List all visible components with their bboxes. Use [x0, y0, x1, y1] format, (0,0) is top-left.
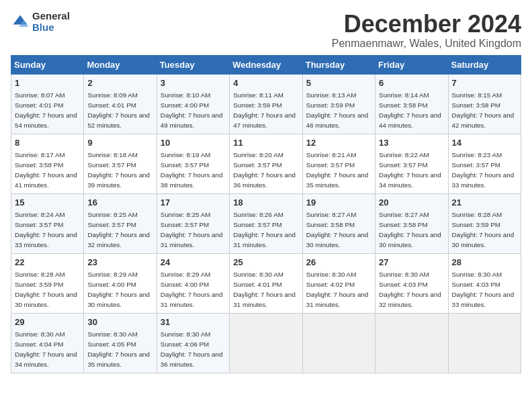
day-number: 27	[379, 257, 444, 269]
day-detail: Sunrise: 8:30 AMSunset: 4:01 PMDaylight:…	[233, 271, 296, 309]
calendar-table: SundayMondayTuesdayWednesdayThursdayFrid…	[11, 55, 521, 373]
day-number: 24	[161, 257, 226, 269]
day-number: 31	[161, 316, 226, 328]
day-number: 21	[452, 197, 517, 209]
weekday-header-monday: Monday	[84, 55, 157, 74]
weekday-header-wednesday: Wednesday	[230, 55, 302, 74]
calendar-cell: 18Sunrise: 8:26 AMSunset: 3:57 PMDayligh…	[230, 193, 302, 253]
day-number: 19	[306, 197, 371, 209]
day-number: 8	[15, 137, 80, 149]
day-number: 14	[452, 137, 517, 149]
day-number: 26	[306, 257, 371, 269]
calendar-cell: 7Sunrise: 8:15 AMSunset: 3:58 PMDaylight…	[448, 74, 521, 134]
calendar-cell	[302, 313, 375, 373]
day-detail: Sunrise: 8:30 AMSunset: 4:03 PMDaylight:…	[452, 271, 515, 309]
day-number: 30	[87, 316, 152, 328]
day-detail: Sunrise: 8:24 AMSunset: 3:57 PMDaylight:…	[15, 211, 77, 249]
calendar-week-4: 22Sunrise: 8:28 AMSunset: 3:59 PMDayligh…	[11, 253, 521, 313]
calendar-cell: 10Sunrise: 8:19 AMSunset: 3:57 PMDayligh…	[157, 134, 229, 193]
day-detail: Sunrise: 8:30 AMSunset: 4:05 PMDaylight:…	[87, 330, 150, 369]
day-detail: Sunrise: 8:07 AMSunset: 4:01 PMDaylight:…	[15, 91, 77, 130]
day-number: 1	[15, 77, 80, 89]
day-detail: Sunrise: 8:28 AMSunset: 3:59 PMDaylight:…	[15, 271, 77, 309]
day-number: 3	[161, 77, 226, 89]
day-detail: Sunrise: 8:29 AMSunset: 4:00 PMDaylight:…	[87, 271, 150, 309]
title-block: December 2024 Penmaenmawr, Wales, United…	[332, 11, 521, 50]
day-number: 13	[379, 137, 444, 149]
calendar-week-5: 29Sunrise: 8:30 AMSunset: 4:04 PMDayligh…	[11, 313, 521, 373]
calendar-cell: 27Sunrise: 8:30 AMSunset: 4:03 PMDayligh…	[375, 253, 448, 313]
calendar-cell: 8Sunrise: 8:17 AMSunset: 3:58 PMDaylight…	[11, 134, 84, 193]
weekday-header-tuesday: Tuesday	[157, 55, 229, 74]
calendar-cell: 17Sunrise: 8:25 AMSunset: 3:57 PMDayligh…	[157, 193, 229, 253]
calendar-cell: 23Sunrise: 8:29 AMSunset: 4:00 PMDayligh…	[84, 253, 157, 313]
day-number: 23	[87, 257, 152, 269]
day-detail: Sunrise: 8:10 AMSunset: 4:00 PMDaylight:…	[161, 91, 223, 130]
weekday-header-friday: Friday	[375, 55, 448, 74]
logo-text: General Blue	[32, 11, 70, 33]
day-detail: Sunrise: 8:13 AMSunset: 3:59 PMDaylight:…	[306, 91, 369, 130]
calendar-cell: 3Sunrise: 8:10 AMSunset: 4:00 PMDaylight…	[157, 74, 229, 134]
calendar-cell: 15Sunrise: 8:24 AMSunset: 3:57 PMDayligh…	[11, 193, 84, 253]
calendar-cell: 16Sunrise: 8:25 AMSunset: 3:57 PMDayligh…	[84, 193, 157, 253]
day-detail: Sunrise: 8:30 AMSunset: 4:03 PMDaylight:…	[379, 271, 441, 309]
day-number: 18	[233, 197, 298, 209]
day-number: 4	[233, 77, 298, 89]
day-number: 28	[452, 257, 517, 269]
day-detail: Sunrise: 8:09 AMSunset: 4:01 PMDaylight:…	[87, 91, 150, 130]
day-detail: Sunrise: 8:21 AMSunset: 3:57 PMDaylight:…	[306, 151, 369, 189]
calendar-cell: 14Sunrise: 8:23 AMSunset: 3:57 PMDayligh…	[448, 134, 521, 193]
day-detail: Sunrise: 8:25 AMSunset: 3:57 PMDaylight:…	[87, 211, 150, 249]
calendar-cell: 20Sunrise: 8:27 AMSunset: 3:58 PMDayligh…	[375, 193, 448, 253]
day-detail: Sunrise: 8:19 AMSunset: 3:57 PMDaylight:…	[161, 151, 223, 189]
day-number: 29	[15, 316, 80, 328]
day-number: 20	[379, 197, 444, 209]
day-detail: Sunrise: 8:30 AMSunset: 4:06 PMDaylight:…	[161, 330, 223, 369]
day-number: 15	[15, 197, 80, 209]
calendar-cell: 26Sunrise: 8:30 AMSunset: 4:02 PMDayligh…	[302, 253, 375, 313]
day-number: 6	[379, 77, 444, 89]
calendar-week-3: 15Sunrise: 8:24 AMSunset: 3:57 PMDayligh…	[11, 193, 521, 253]
day-number: 16	[87, 197, 152, 209]
weekday-header-saturday: Saturday	[448, 55, 521, 74]
calendar-cell: 30Sunrise: 8:30 AMSunset: 4:05 PMDayligh…	[84, 313, 157, 373]
calendar-cell: 24Sunrise: 8:29 AMSunset: 4:00 PMDayligh…	[157, 253, 229, 313]
day-number: 17	[161, 197, 226, 209]
calendar-body: 1Sunrise: 8:07 AMSunset: 4:01 PMDaylight…	[11, 74, 521, 373]
logo-blue: Blue	[32, 22, 70, 34]
calendar-cell: 19Sunrise: 8:27 AMSunset: 3:58 PMDayligh…	[302, 193, 375, 253]
weekday-row: SundayMondayTuesdayWednesdayThursdayFrid…	[11, 55, 521, 74]
calendar-cell: 28Sunrise: 8:30 AMSunset: 4:03 PMDayligh…	[448, 253, 521, 313]
calendar-cell: 9Sunrise: 8:18 AMSunset: 3:57 PMDaylight…	[84, 134, 157, 193]
calendar-cell: 13Sunrise: 8:22 AMSunset: 3:57 PMDayligh…	[375, 134, 448, 193]
page-header: General Blue December 2024 Penmaenmawr, …	[11, 11, 521, 50]
day-number: 10	[161, 137, 226, 149]
day-number: 11	[233, 137, 298, 149]
day-number: 5	[306, 77, 371, 89]
day-detail: Sunrise: 8:28 AMSunset: 3:59 PMDaylight:…	[452, 211, 515, 249]
day-detail: Sunrise: 8:30 AMSunset: 4:02 PMDaylight:…	[306, 271, 369, 309]
calendar-cell: 1Sunrise: 8:07 AMSunset: 4:01 PMDaylight…	[11, 74, 84, 134]
calendar-week-2: 8Sunrise: 8:17 AMSunset: 3:58 PMDaylight…	[11, 134, 521, 193]
calendar-cell: 12Sunrise: 8:21 AMSunset: 3:57 PMDayligh…	[302, 134, 375, 193]
day-number: 12	[306, 137, 371, 149]
day-detail: Sunrise: 8:20 AMSunset: 3:57 PMDaylight:…	[233, 151, 296, 189]
day-detail: Sunrise: 8:29 AMSunset: 4:00 PMDaylight:…	[161, 271, 223, 309]
day-detail: Sunrise: 8:18 AMSunset: 3:57 PMDaylight:…	[87, 151, 150, 189]
calendar-cell: 25Sunrise: 8:30 AMSunset: 4:01 PMDayligh…	[230, 253, 302, 313]
day-detail: Sunrise: 8:11 AMSunset: 3:59 PMDaylight:…	[233, 91, 296, 130]
weekday-header-thursday: Thursday	[302, 55, 375, 74]
calendar-cell: 11Sunrise: 8:20 AMSunset: 3:57 PMDayligh…	[230, 134, 302, 193]
day-number: 2	[87, 77, 152, 89]
day-detail: Sunrise: 8:30 AMSunset: 4:04 PMDaylight:…	[15, 330, 77, 369]
day-detail: Sunrise: 8:14 AMSunset: 3:58 PMDaylight:…	[379, 91, 441, 130]
calendar-cell: 22Sunrise: 8:28 AMSunset: 3:59 PMDayligh…	[11, 253, 84, 313]
calendar-cell	[448, 313, 521, 373]
calendar-cell: 31Sunrise: 8:30 AMSunset: 4:06 PMDayligh…	[157, 313, 229, 373]
logo: General Blue	[11, 11, 70, 33]
day-detail: Sunrise: 8:26 AMSunset: 3:57 PMDaylight:…	[233, 211, 296, 249]
calendar-cell: 4Sunrise: 8:11 AMSunset: 3:59 PMDaylight…	[230, 74, 302, 134]
day-detail: Sunrise: 8:17 AMSunset: 3:58 PMDaylight:…	[15, 151, 77, 189]
day-detail: Sunrise: 8:15 AMSunset: 3:58 PMDaylight:…	[452, 91, 515, 130]
weekday-header-sunday: Sunday	[11, 55, 84, 74]
